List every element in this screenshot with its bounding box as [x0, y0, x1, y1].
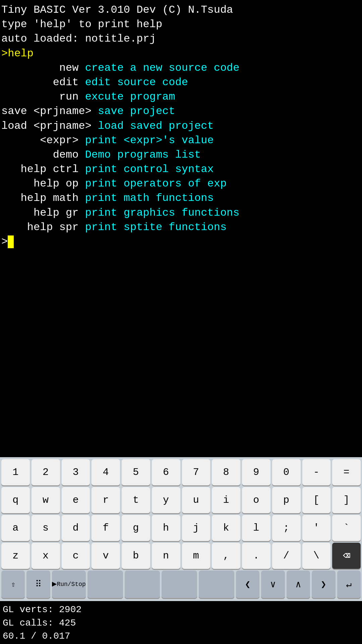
shift-key[interactable]: ⇧	[1, 571, 25, 598]
key-k[interactable]: k	[212, 515, 240, 541]
key-u[interactable]: u	[182, 487, 210, 513]
key-z[interactable]: z	[1, 543, 30, 569]
keyboard-row-3: zxcvbnm,./\⌫	[1, 543, 361, 569]
help-table: new create a new source code edit edit s…	[1, 61, 361, 234]
key-l[interactable]: l	[242, 515, 270, 541]
help-row-0: new create a new source code	[1, 61, 361, 75]
space-key-3[interactable]	[162, 571, 197, 598]
key-i[interactable]: i	[212, 487, 240, 513]
help-row-5: <expr> print <expr>'s value	[1, 133, 361, 148]
key-j[interactable]: j	[182, 515, 210, 541]
header-line-1: Tiny BASIC Ver 3.010 Dev (C) N.Tsuda	[1, 3, 361, 17]
gl-verts: GL verts: 2902	[3, 603, 359, 616]
key-x[interactable]: [	[302, 487, 331, 513]
key-9[interactable]: 9	[242, 459, 270, 485]
help-row-7: help ctrl print control syntax	[1, 162, 361, 176]
key-x[interactable]: '	[302, 515, 331, 541]
header-line-3: auto loaded: notitle.prj	[1, 32, 361, 46]
keyboard-bottom-row: ⇧ ⠿ ▶Run/Stop ❮ ∨ ∧ ❯ ↵	[1, 571, 361, 598]
key-m[interactable]: m	[182, 543, 210, 569]
key-2[interactable]: 2	[32, 459, 60, 485]
key-3[interactable]: 3	[62, 459, 90, 485]
down-arrow-key[interactable]: ∨	[261, 571, 285, 598]
terminal-spacer	[0, 250, 362, 457]
key-e[interactable]: e	[62, 487, 90, 513]
key-d[interactable]: d	[62, 515, 90, 541]
space-key-4[interactable]	[199, 571, 234, 598]
right-arrow-key[interactable]: ❯	[312, 571, 335, 598]
space-key-2[interactable]	[125, 571, 160, 598]
fps-info: 60.1 / 0.017	[3, 630, 359, 643]
input-prompt: >	[1, 234, 8, 249]
key-r[interactable]: r	[92, 487, 120, 513]
cursor-block	[8, 235, 14, 248]
help-row-3: save <prjname> save project	[1, 104, 361, 118]
key-h[interactable]: h	[152, 515, 180, 541]
key-a[interactable]: a	[1, 515, 30, 541]
key-8[interactable]: 8	[212, 459, 240, 485]
key-6[interactable]: 6	[152, 459, 180, 485]
key-1[interactable]: 1	[1, 459, 30, 485]
help-row-11: help spr print sptite functions	[1, 220, 361, 234]
gl-calls: GL calls: 425	[3, 616, 359, 630]
keyboard[interactable]: 1234567890-=qwertyuiop[]asdfghjkl;'`zxcv…	[0, 457, 362, 601]
help-row-9: help math print math functions	[1, 191, 361, 205]
key-x[interactable]: \	[302, 543, 331, 569]
key-g[interactable]: g	[122, 515, 150, 541]
cursor-line[interactable]: >	[1, 234, 361, 249]
key-p[interactable]: p	[272, 487, 301, 513]
help-row-4: load <prjname> load saved project	[1, 119, 361, 133]
run-stop-key[interactable]: ▶Run/Stop	[52, 571, 86, 598]
help-row-10: help gr print graphics functions	[1, 206, 361, 220]
command-entered: >help	[1, 46, 361, 61]
key-c[interactable]: c	[62, 543, 90, 569]
key-4[interactable]: 4	[92, 459, 120, 485]
key-s[interactable]: s	[32, 515, 60, 541]
enter-key[interactable]: ↵	[337, 571, 361, 598]
header-line-2: type 'help' to print help	[1, 17, 361, 32]
key-x[interactable]: /	[272, 543, 301, 569]
keyboard-row-2: asdfghjkl;'`	[1, 515, 361, 541]
help-row-8: help op print operators of exp	[1, 176, 361, 191]
key-x[interactable]: -	[302, 459, 331, 485]
key-0[interactable]: 0	[272, 459, 301, 485]
left-arrow-key[interactable]: ❮	[236, 571, 259, 598]
key-x[interactable]: `	[332, 515, 361, 541]
terminal-output: Tiny BASIC Ver 3.010 Dev (C) N.Tsuda typ…	[0, 0, 362, 250]
help-row-6: demo Demo programs list	[1, 148, 361, 162]
help-row-1: edit edit source code	[1, 75, 361, 90]
keyboard-rows: 1234567890-=qwertyuiop[]asdfghjkl;'`zxcv…	[1, 459, 361, 569]
key-t[interactable]: t	[122, 487, 150, 513]
grid-key[interactable]: ⠿	[26, 571, 50, 598]
key-y[interactable]: y	[152, 487, 180, 513]
up-arrow-key[interactable]: ∧	[287, 571, 310, 598]
key-x[interactable]: x	[32, 543, 60, 569]
key-o[interactable]: o	[242, 487, 270, 513]
key-w[interactable]: w	[32, 487, 60, 513]
key-f[interactable]: f	[92, 515, 120, 541]
key-x[interactable]: ,	[212, 543, 240, 569]
keyboard-row-1: qwertyuiop[]	[1, 487, 361, 513]
key-7[interactable]: 7	[182, 459, 210, 485]
space-key-1[interactable]	[87, 571, 123, 598]
keyboard-row-0: 1234567890-=	[1, 459, 361, 485]
key-x[interactable]: ⌫	[332, 543, 361, 569]
help-row-2: run excute program	[1, 90, 361, 104]
key-b[interactable]: b	[122, 543, 150, 569]
key-x[interactable]: ]	[332, 487, 361, 513]
key-n[interactable]: n	[152, 543, 180, 569]
key-q[interactable]: q	[1, 487, 30, 513]
key-x[interactable]: .	[242, 543, 270, 569]
key-v[interactable]: v	[92, 543, 120, 569]
status-bar: GL verts: 2902 GL calls: 425 60.1 / 0.01…	[0, 601, 362, 644]
key-5[interactable]: 5	[122, 459, 150, 485]
key-x[interactable]: =	[332, 459, 361, 485]
key-x[interactable]: ;	[272, 515, 301, 541]
